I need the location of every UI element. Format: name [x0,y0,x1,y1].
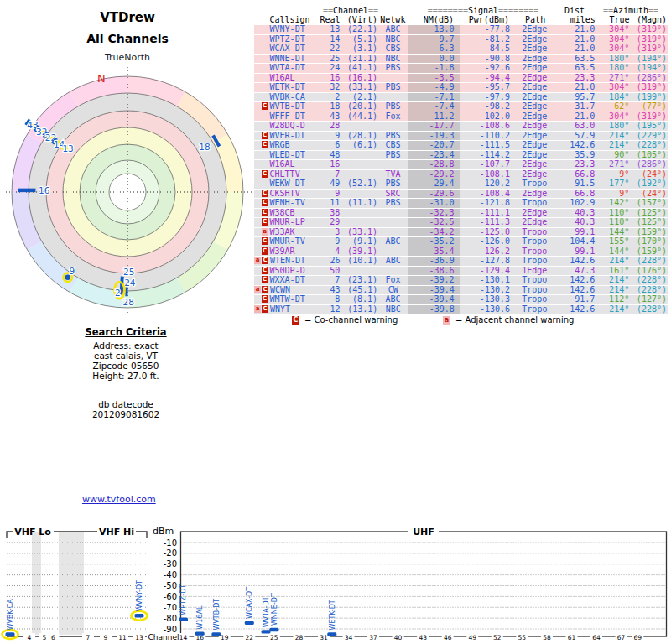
adjacent-channel-warning-icon: a [443,316,450,325]
table-cell: (24°) [629,190,668,199]
table-cell: (39.1) [340,247,377,257]
table-rows: WVNY-DT13(22.1)ABC13.0-77.82Edge21.0304°… [254,25,668,314]
dbm-tick-label: -60 [164,592,177,601]
table-cell: WETK-DT [269,83,320,92]
table-cell: -19.3 [408,132,460,141]
table-cell: 6 [320,141,340,150]
table-cell: WLED-DT [269,151,320,160]
table-row: WPTZ-DT14(5.1)NBC9.7-81.22Edge21.0304°(3… [254,35,668,44]
table-cell: 21.0 [556,35,597,44]
table-cell [254,25,269,34]
table-cell: -97.9 [460,93,513,102]
table-row: CW38CB38-32.3-111.12Edge40.3110°(125°) [254,209,668,218]
table-cell: 28 [320,122,340,131]
table-cell: C [254,276,269,285]
table-cell: -32.3 [408,209,460,218]
signal-bar [211,632,221,636]
dbm-axis-label: dBm [153,526,174,537]
table-cell: 24 [320,64,340,73]
table-row: CW39AR4(39.1)-35.4-126.2Tropo99.1144°(15… [254,247,668,257]
table-cell: 304° [596,112,629,122]
table-row: WVNY-DT13(22.1)ABC13.0-77.82Edge21.0304°… [254,25,668,34]
table-cell: ABC [377,257,408,266]
criteria-address-line: Address: exact [42,340,210,351]
table-cell [340,160,377,169]
table-cell [377,209,408,218]
table-cell: 2Edge [513,74,556,83]
table-cell: 214° [596,141,629,150]
table-row: CWVTB-DT18(20.1)PBS-7.4-98.22Edge31.762°… [254,102,668,112]
table-cell: -120.2 [460,179,513,189]
table-cell: -39.4 [408,286,459,295]
table-row: aW33AK3(33.1)-34.2-125.0Tropo99.1144°(15… [254,228,668,237]
table-cell: 161° [596,267,629,276]
table-cell: Tropo [513,237,556,247]
table-cell [340,122,377,131]
table-cell: aC [254,286,269,295]
search-criteria: Search Criteria Address: exact east cala… [42,327,210,419]
table-cell: -108.6 [460,122,513,131]
uhf-channel-tick: 34 [345,634,353,641]
uhf-channel-tick: 25 [270,634,278,641]
uhf-channel-tick: 31 [320,634,328,641]
table-cell: CKSHTV [269,190,320,199]
table-cell: 1Edge [513,267,556,276]
vhf-channel-tick: 4 [28,634,32,641]
table-cell: (194°) [629,55,668,64]
table-cell: (170°) [629,237,668,247]
table-cell: -114.2 [460,151,513,160]
table-cell: SRC [377,190,408,199]
table-cell: 8 [320,295,340,304]
table-cell: (20.1) [340,102,377,112]
table-cell: 16 [320,160,340,169]
table-cell: WXXA-DT [269,276,320,285]
table-cell: (23.1) [340,276,377,285]
table-cell: 214° [596,276,629,285]
table-cell: WMUR-TV [269,237,320,247]
table-row: aCWCWN43(45.1)CW-39.4-130.2Tropo142.6214… [254,286,668,295]
table-header-groups: ==Channel== ========Signal======== Dist … [254,7,668,16]
table-cell: 144° [596,228,629,237]
table-cell: -111.5 [460,141,513,150]
table-cell [254,74,269,83]
table-cell: C [254,170,269,179]
table-cell: PBS [377,199,408,208]
table-cell: NBC [377,35,408,44]
table-cell: WNYT [269,305,320,314]
radar-channel-label: 28 [122,297,133,307]
table-cell: 2Edge [513,102,556,112]
table-cell: -38.6 [408,267,460,276]
table-row: aCWNYT12(13.1)NBC-39.8-130.6Tropo142.621… [254,305,668,314]
table-cell: WMTW-DT [269,295,320,304]
table-row: CW50DP-D50-38.6-129.41Edge47.3161°(176°) [254,267,668,276]
table-cell: -102.0 [460,112,513,122]
table-cell: C [254,237,269,247]
table-cell: 2Edge [513,209,556,218]
table-cell [377,74,408,83]
table-cell: (52.1) [340,179,377,189]
uhf-channel-tick: 55 [518,634,527,641]
table-cell: (125°) [629,209,668,218]
tvfool-link[interactable]: www.tvfool.com [82,494,156,505]
table-cell: Fox [377,276,408,285]
table-cell: -130.1 [460,276,513,285]
table-row: WFFF-DT43(44.1)Fox-11.2-102.02Edge21.030… [254,112,668,122]
table-cell: PBS [377,102,408,112]
criteria-zip-line: Zipcode 05650 [42,361,210,371]
table-cell: -126.0 [460,237,513,247]
table-cell: -28.8 [408,160,460,169]
table-cell: 11 [320,199,340,208]
table-cell: C [254,218,269,227]
table-cell: 21.0 [556,44,597,54]
table-cell: (8.1) [340,295,377,304]
uhf-channel-tick: 46 [444,634,452,641]
table-cell: -111.1 [460,209,513,218]
table-cell [340,218,377,227]
signal-bar [269,628,278,631]
table-cell: (41.1) [340,64,377,73]
table-cell: 304° [596,35,629,44]
uhf-channel-tick: 69 [633,634,642,641]
table-cell: 2Edge [513,35,556,44]
table-cell: 63.5 [556,55,597,64]
compass-n-label: N [97,72,106,85]
